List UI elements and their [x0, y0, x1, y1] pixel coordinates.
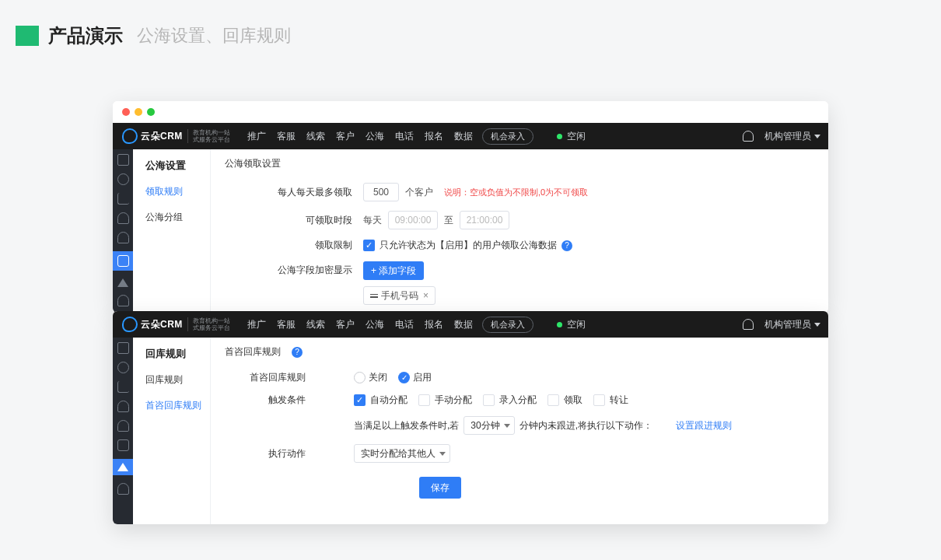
tag-label: 手机号码	[381, 289, 418, 303]
drag-icon[interactable]	[370, 294, 378, 298]
brand-name: 云朵CRM	[141, 318, 183, 331]
minimize-dot-icon[interactable]	[135, 108, 142, 116]
content-pool-claim: 公海领取设置 每人每天最多领取 个客户 说明：空或负值为不限制,0为不可领取 可…	[211, 149, 828, 313]
nav-promote[interactable]: 推广	[247, 318, 266, 331]
row-enable-toggle: 首咨回库规则 关闭 启用	[225, 371, 814, 384]
nav-promote[interactable]: 推广	[247, 130, 266, 143]
cloud-logo-icon	[122, 128, 138, 144]
add-field-button[interactable]: + 添加字段	[363, 261, 424, 280]
rail-cloud-icon[interactable]	[117, 232, 129, 243]
opportunity-entry-button[interactable]: 机会录入	[482, 317, 533, 333]
nav-data[interactable]: 数据	[454, 130, 473, 143]
radio-on[interactable]	[398, 372, 410, 383]
content-return-rules: 首咨回库规则 ? 首咨回库规则 关闭 启用 触发条件 自动分配 手动分配 录	[211, 338, 828, 524]
bell-icon[interactable]	[743, 319, 754, 330]
radio-off[interactable]	[354, 372, 366, 383]
row-mask-fields: 公海字段加密显示 + 添加字段 手机号码 ×	[225, 261, 814, 305]
close-dot-icon[interactable]	[122, 108, 130, 116]
nav-pool[interactable]: 公海	[366, 318, 384, 331]
label-off: 关闭	[369, 371, 387, 384]
row-condition-sentence: 当满足以上触发条件时,若 30分钟 分钟内未跟进,将执行以下动作： 设置跟进规则	[225, 416, 814, 435]
section-title: 公海领取设置	[225, 157, 814, 170]
maximize-dot-icon[interactable]	[147, 108, 155, 116]
label-first-rule: 首咨回库规则	[225, 371, 317, 384]
ck-claim[interactable]	[547, 394, 559, 406]
ck-manual[interactable]	[418, 394, 430, 406]
rail-cloud-icon[interactable]	[117, 420, 129, 432]
brand-logo[interactable]: 云朵CRM 教育机构一站式服务云平台	[116, 123, 236, 149]
icon-rail	[113, 149, 133, 313]
user-menu[interactable]: 机构管理员	[764, 318, 820, 331]
rail-chart-icon[interactable]	[117, 381, 129, 393]
tag-remove-icon[interactable]: ×	[423, 290, 429, 301]
nav-phone[interactable]: 电话	[395, 130, 414, 143]
status-indicator: 空闲	[557, 318, 586, 331]
rail-home-icon[interactable]	[117, 439, 129, 451]
opportunity-entry-button[interactable]: 机会录入	[482, 128, 533, 145]
rail-grid-icon[interactable]	[117, 154, 129, 166]
side-claim-rules[interactable]: 领取规则	[133, 179, 210, 205]
nav-customers[interactable]: 客户	[336, 130, 355, 143]
nav-signup[interactable]: 报名	[425, 130, 443, 143]
brand-slogan: 教育机构一站式服务云平台	[187, 317, 230, 331]
row-action: 执行动作 实时分配给其他人	[225, 444, 814, 463]
rail-shield-icon[interactable]	[117, 362, 129, 373]
nav-customers[interactable]: 客户	[336, 318, 355, 331]
select-action[interactable]: 实时分配给其他人	[354, 444, 450, 463]
rail-triangle-icon[interactable]	[117, 278, 128, 287]
brand-logo-2[interactable]: 云朵CRM 教育机构一站式服务云平台	[116, 311, 236, 338]
side-nav: 公海设置 领取规则 公海分组	[133, 149, 211, 313]
nav-service[interactable]: 客服	[277, 318, 296, 331]
nav-leads[interactable]: 线索	[306, 318, 325, 331]
rail-shield-icon[interactable]	[117, 173, 129, 185]
opt-transfer: 转让	[610, 394, 628, 407]
label-triggers: 触发条件	[225, 394, 317, 407]
select-minutes[interactable]: 30分钟	[464, 416, 514, 435]
chevron-down-icon	[814, 323, 820, 327]
label-mask-fields: 公海字段加密显示	[225, 261, 363, 277]
rail-user2-icon[interactable]	[117, 483, 129, 495]
help-icon[interactable]: ?	[561, 240, 572, 251]
nav-phone[interactable]: 电话	[395, 318, 414, 331]
link-followup-rule[interactable]: 设置跟进规则	[676, 419, 732, 432]
input-max-claim[interactable]	[363, 183, 399, 201]
brand-slogan: 教育机构一站式服务云平台	[187, 129, 230, 143]
save-button[interactable]: 保存	[419, 477, 461, 499]
rail-active-2	[113, 459, 133, 475]
user-name: 机构管理员	[764, 318, 811, 331]
bell-icon[interactable]	[743, 131, 754, 142]
label-daily: 每天	[363, 214, 382, 227]
rail-grid-icon[interactable]	[117, 342, 129, 354]
rail-home-icon[interactable]	[117, 255, 129, 267]
side-pool-groups[interactable]: 公海分组	[133, 205, 210, 230]
screenshot-pool-settings: 云朵CRM 教育机构一站式服务云平台 推广 客服 线索 客户 公海 电话 报名 …	[113, 101, 828, 313]
ck-auto[interactable]	[354, 394, 366, 406]
ck-entry[interactable]	[483, 394, 495, 406]
opt-manual: 手动分配	[435, 394, 472, 407]
user-menu[interactable]: 机构管理员	[764, 130, 820, 143]
rail-person-icon[interactable]	[117, 401, 129, 412]
input-from-time[interactable]	[388, 211, 438, 229]
rail-chart-icon[interactable]	[117, 193, 129, 205]
side-title: 公海设置	[133, 149, 210, 179]
side-return-rules[interactable]: 回库规则	[133, 367, 210, 393]
row-time-window: 可领取时段 每天 至	[225, 211, 814, 229]
checkbox-enabled-only[interactable]	[363, 240, 375, 251]
chevron-down-icon	[814, 135, 820, 138]
nav-data[interactable]: 数据	[454, 318, 473, 331]
nav-service[interactable]: 客服	[277, 130, 296, 143]
help-icon[interactable]: ?	[292, 347, 303, 358]
rail-person-icon[interactable]	[117, 212, 129, 224]
top-nav: 云朵CRM 教育机构一站式服务云平台 推广 客服 线索 客户 公海 电话 报名 …	[113, 123, 828, 149]
side-first-consult-rules[interactable]: 首咨回库规则	[133, 393, 210, 418]
nav-leads[interactable]: 线索	[306, 130, 325, 143]
rail-triangle-icon[interactable]	[117, 463, 128, 471]
unit-customers: 个客户	[405, 186, 433, 199]
rail-user2-icon[interactable]	[117, 295, 129, 306]
nav-signup[interactable]: 报名	[425, 318, 443, 331]
window-controls	[113, 101, 828, 123]
nav-pool[interactable]: 公海	[366, 130, 384, 143]
tag-phone: 手机号码 ×	[363, 286, 436, 305]
input-to-time[interactable]	[460, 211, 509, 229]
ck-transfer[interactable]	[593, 394, 605, 406]
